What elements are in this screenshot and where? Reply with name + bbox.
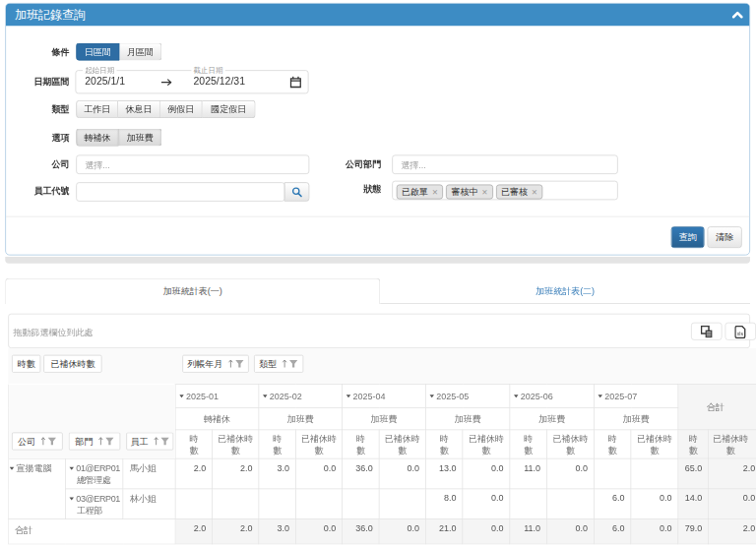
- svg-text:xls: xls: [737, 331, 744, 336]
